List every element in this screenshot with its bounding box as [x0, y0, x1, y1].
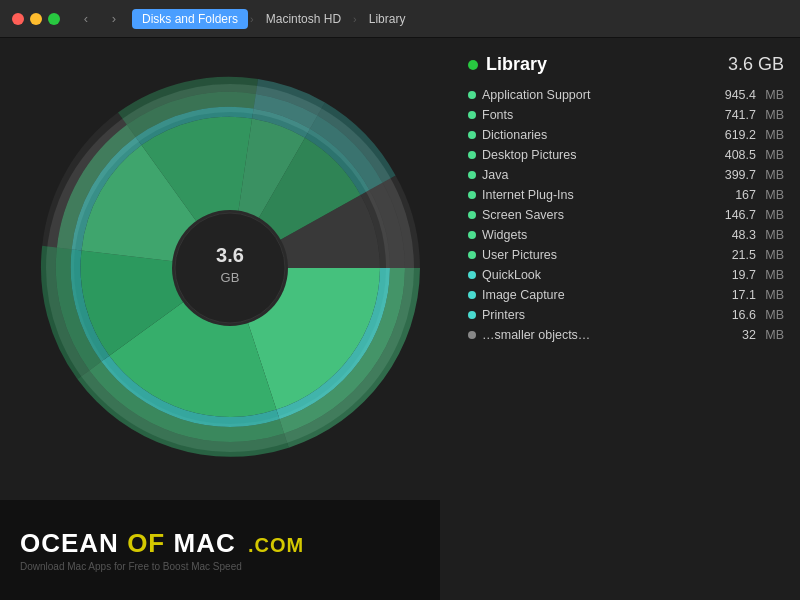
brand-of: OF: [127, 528, 165, 558]
item-unit: MB: [762, 308, 784, 322]
back-button[interactable]: ‹: [76, 9, 96, 29]
item-value: 619.2: [708, 128, 756, 142]
svg-text:GB: GB: [221, 270, 240, 285]
item-value: 19.7: [708, 268, 756, 282]
item-unit: MB: [762, 188, 784, 202]
item-name: User Pictures: [482, 248, 702, 262]
item-dot: [468, 231, 476, 239]
item-dot: [468, 111, 476, 119]
item-unit: MB: [762, 328, 784, 342]
breadcrumb-macintosh-hd[interactable]: Macintosh HD: [256, 9, 351, 29]
list-item[interactable]: Widgets48.3MB: [468, 225, 784, 245]
item-name: Dictionaries: [482, 128, 702, 142]
item-dot: [468, 171, 476, 179]
list-item[interactable]: Application Support945.4MB: [468, 85, 784, 105]
item-value: 21.5: [708, 248, 756, 262]
item-value: 399.7: [708, 168, 756, 182]
item-name: Desktop Pictures: [482, 148, 702, 162]
minimize-button[interactable]: [30, 13, 42, 25]
item-unit: MB: [762, 108, 784, 122]
item-name: Fonts: [482, 108, 702, 122]
list-item[interactable]: Dictionaries619.2MB: [468, 125, 784, 145]
item-name: …smaller objects…: [482, 328, 702, 342]
list-item[interactable]: …smaller objects…32MB: [468, 325, 784, 345]
library-dot: [468, 60, 478, 70]
item-unit: MB: [762, 128, 784, 142]
item-unit: MB: [762, 288, 784, 302]
chart-area: 3.6 GB: [0, 38, 460, 498]
brand-mac: MAC: [173, 528, 235, 558]
item-unit: MB: [762, 248, 784, 262]
list-item[interactable]: Desktop Pictures408.5MB: [468, 145, 784, 165]
titlebar: ‹ › Disks and Folders › Macintosh HD › L…: [0, 0, 800, 38]
item-value: 48.3: [708, 228, 756, 242]
item-dot: [468, 151, 476, 159]
item-dot: [468, 191, 476, 199]
item-name: Application Support: [482, 88, 702, 102]
forward-button[interactable]: ›: [104, 9, 124, 29]
breadcrumb: Disks and Folders › Macintosh HD › Libra…: [132, 9, 415, 29]
item-name: Internet Plug-Ins: [482, 188, 702, 202]
item-dot: [468, 211, 476, 219]
breadcrumb-sep-2: ›: [353, 13, 357, 25]
watermark: OCEAN OF MAC .COM Download Mac Apps for …: [0, 500, 440, 600]
item-name: Java: [482, 168, 702, 182]
item-dot: [468, 331, 476, 339]
breadcrumb-sep-1: ›: [250, 13, 254, 25]
list-item[interactable]: User Pictures21.5MB: [468, 245, 784, 265]
item-value: 408.5: [708, 148, 756, 162]
item-value: 167: [708, 188, 756, 202]
item-name: QuickLook: [482, 268, 702, 282]
item-name: Printers: [482, 308, 702, 322]
list-item[interactable]: Internet Plug-Ins167MB: [468, 185, 784, 205]
item-unit: MB: [762, 208, 784, 222]
item-value: 146.7: [708, 208, 756, 222]
svg-text:3.6: 3.6: [216, 244, 244, 266]
item-value: 945.4: [708, 88, 756, 102]
brand-ocean: OCEAN: [20, 528, 119, 558]
sunburst-chart: 3.6 GB: [20, 58, 440, 478]
list-item[interactable]: Image Capture17.1MB: [468, 285, 784, 305]
maximize-button[interactable]: [48, 13, 60, 25]
item-unit: MB: [762, 88, 784, 102]
item-value: 32: [708, 328, 756, 342]
item-dot: [468, 251, 476, 259]
item-value: 17.1: [708, 288, 756, 302]
item-name: Image Capture: [482, 288, 702, 302]
item-value: 16.6: [708, 308, 756, 322]
breadcrumb-disks[interactable]: Disks and Folders: [132, 9, 248, 29]
item-dot: [468, 311, 476, 319]
panel-header: Library 3.6 GB: [468, 54, 784, 75]
watermark-logo: OCEAN OF MAC .COM: [20, 528, 420, 559]
list-item[interactable]: Printers16.6MB: [468, 305, 784, 325]
watermark-tagline: Download Mac Apps for Free to Boost Mac …: [20, 561, 420, 572]
item-value: 741.7: [708, 108, 756, 122]
panel-total: 3.6 GB: [728, 54, 784, 75]
data-panel: Library 3.6 GB Application Support945.4M…: [460, 38, 800, 500]
list-item[interactable]: Fonts741.7MB: [468, 105, 784, 125]
watermark-domain: .COM: [248, 534, 304, 556]
panel-title-text: Library: [486, 54, 547, 75]
traffic-lights: [12, 13, 60, 25]
item-unit: MB: [762, 268, 784, 282]
list-item[interactable]: Screen Savers146.7MB: [468, 205, 784, 225]
item-unit: MB: [762, 148, 784, 162]
item-name: Screen Savers: [482, 208, 702, 222]
item-unit: MB: [762, 228, 784, 242]
svg-point-2: [175, 213, 285, 323]
item-dot: [468, 271, 476, 279]
list-item[interactable]: QuickLook19.7MB: [468, 265, 784, 285]
item-dot: [468, 291, 476, 299]
item-dot: [468, 131, 476, 139]
item-unit: MB: [762, 168, 784, 182]
item-name: Widgets: [482, 228, 702, 242]
data-rows: Application Support945.4MBFonts741.7MBDi…: [468, 85, 784, 345]
panel-title: Library: [468, 54, 547, 75]
breadcrumb-library[interactable]: Library: [359, 9, 416, 29]
close-button[interactable]: [12, 13, 24, 25]
list-item[interactable]: Java399.7MB: [468, 165, 784, 185]
item-dot: [468, 91, 476, 99]
